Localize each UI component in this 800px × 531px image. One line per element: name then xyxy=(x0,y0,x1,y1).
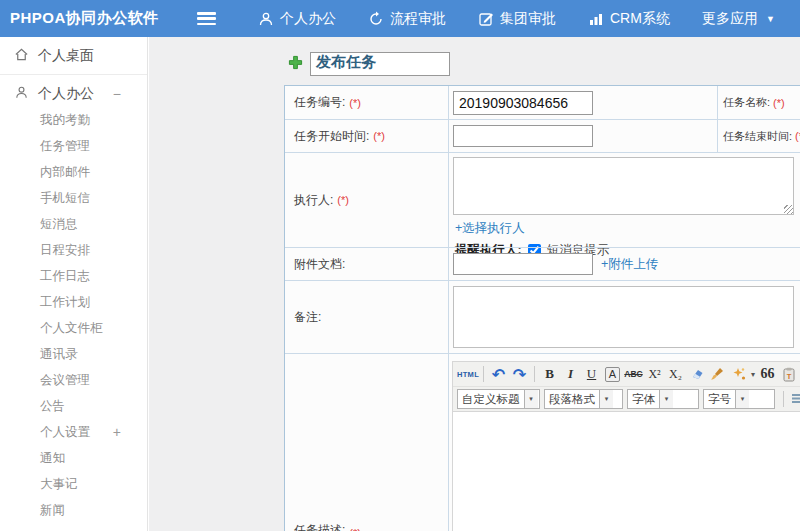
start-time-label: 任务开始时间:(*) xyxy=(285,119,449,152)
nav-crm-system[interactable]: CRM系统 xyxy=(572,0,686,37)
caret-down-icon: ▼ xyxy=(766,14,775,24)
app-window: PHPOA协同办公软件 个人办公 流程审批 集团审批 xyxy=(0,0,800,531)
caret-down-icon: ▾ xyxy=(524,390,538,408)
user-outline-icon xyxy=(14,85,29,103)
text-border-button[interactable]: A xyxy=(605,367,620,382)
attachment-input[interactable] xyxy=(453,253,593,275)
subscript-button[interactable]: X₂ xyxy=(665,364,686,384)
publish-task-form: 任务编号:(*) 任务名称:(*) 任务开始时间:(*) 任务结束时间:(*) … xyxy=(284,85,800,531)
sidebar-item-schedule[interactable]: 日程安排 xyxy=(0,237,147,263)
caret-down-icon: ▾ xyxy=(659,390,673,408)
sidebar-item-label: 个人桌面 xyxy=(38,47,94,65)
font-size-select[interactable]: 字号 ▾ xyxy=(703,389,775,409)
auto-typeset-caret-icon[interactable]: ▾ xyxy=(749,364,757,384)
app-logo: PHPOA协同办公软件 xyxy=(10,9,175,28)
sidebar-item-work-plan[interactable]: 工作计划 xyxy=(0,289,147,315)
bar-chart-icon xyxy=(588,11,604,27)
source-code-button[interactable]: HTML xyxy=(457,364,479,384)
expand-plus-icon[interactable]: + xyxy=(113,424,121,440)
task-no-label: 任务编号:(*) xyxy=(285,86,449,119)
redo-button[interactable]: ↷ xyxy=(509,364,530,384)
caret-down-icon: ▾ xyxy=(599,390,613,408)
caret-down-icon: ▾ xyxy=(735,390,749,408)
sidebar-item-sms[interactable]: 手机短信 xyxy=(0,185,147,211)
editor-toolbar: HTML ↶ ↷ B I U A ABC X² X₂ xyxy=(452,361,800,412)
eraser-icon[interactable] xyxy=(686,364,707,384)
strikethrough-button[interactable]: ABC xyxy=(623,364,644,384)
bold-button[interactable]: B xyxy=(539,364,560,384)
start-time-cell xyxy=(449,119,717,152)
hamburger-menu-icon[interactable] xyxy=(197,12,216,25)
sidebar-group-label: 个人办公 xyxy=(38,85,94,103)
task-no-input[interactable] xyxy=(453,91,593,115)
auto-typeset-icon[interactable] xyxy=(728,364,749,384)
top-navbar: PHPOA协同办公软件 个人办公 流程审批 集团审批 xyxy=(0,0,800,37)
nav-personal-office[interactable]: 个人办公 xyxy=(242,0,352,37)
rich-text-editor: HTML ↶ ↷ B I U A ABC X² X₂ xyxy=(449,353,800,531)
nav-group-approval[interactable]: 集团审批 xyxy=(462,0,572,37)
paragraph-format-select[interactable]: 段落格式 ▾ xyxy=(544,389,623,409)
page-title: 发布任务 xyxy=(288,52,450,76)
blockquote-button[interactable]: 66 xyxy=(757,364,778,384)
sidebar-item-announcement[interactable]: 公告 xyxy=(0,393,147,419)
home-icon xyxy=(14,47,29,65)
choose-executor-link[interactable]: +选择执行人 xyxy=(455,220,800,237)
sidebar-item-work-log[interactable]: 工作日志 xyxy=(0,263,147,289)
sidebar-item-desktop[interactable]: 个人桌面 xyxy=(0,37,147,75)
collapse-minus-icon[interactable]: − xyxy=(113,86,121,102)
sidebar-item-news[interactable]: 新闻 xyxy=(0,497,147,523)
sidebar-item-contacts[interactable]: 通讯录 xyxy=(0,341,147,367)
undo-button[interactable]: ↶ xyxy=(488,364,509,384)
executor-label: 执行人:(*) xyxy=(285,152,449,247)
editor-toolbar-row2: 自定义标题 ▾ 段落格式 ▾ 字体 ▾ 字号 ▾ xyxy=(453,387,800,411)
executor-cell: +选择执行人 提醒执行人: 短消息提示 xyxy=(449,152,800,247)
font-family-select[interactable]: 字体 ▾ xyxy=(627,389,699,409)
sidebar-item-meeting[interactable]: 会议管理 xyxy=(0,367,147,393)
end-time-label: 任务结束时间:(*) xyxy=(717,119,800,152)
add-plus-icon xyxy=(288,55,303,74)
sidebar-item-internal-mail[interactable]: 内部邮件 xyxy=(0,159,147,185)
nav-process-approval[interactable]: 流程审批 xyxy=(352,0,462,37)
remark-cell xyxy=(449,280,800,353)
sidebar-group-personal-office[interactable]: 个人办公 − xyxy=(0,81,147,107)
format-brush-icon[interactable] xyxy=(707,364,728,384)
sidebar-item-notice[interactable]: 通知 xyxy=(0,445,147,471)
custom-title-select[interactable]: 自定义标题 ▾ xyxy=(457,389,540,409)
page-title-text: 发布任务 xyxy=(310,52,450,76)
underline-button[interactable]: U xyxy=(581,364,602,384)
svg-text:T: T xyxy=(786,371,791,380)
remark-label: 备注: xyxy=(285,280,449,353)
attachment-upload-link[interactable]: +附件上传 xyxy=(601,256,658,273)
align-left-icon[interactable] xyxy=(788,389,800,409)
sidebar-item-personal-settings[interactable]: 个人设置 + xyxy=(0,419,147,445)
user-icon xyxy=(258,11,274,27)
nav-more-apps[interactable]: 更多应用 ▼ xyxy=(686,0,791,37)
task-name-label: 任务名称:(*) xyxy=(717,86,800,119)
italic-button[interactable]: I xyxy=(560,364,581,384)
superscript-button[interactable]: X² xyxy=(644,364,665,384)
paste-text-icon[interactable]: T xyxy=(778,364,799,384)
resize-handle-icon[interactable] xyxy=(784,205,793,214)
start-time-input[interactable] xyxy=(453,125,593,147)
attachment-label: 附件文档: xyxy=(285,247,449,280)
attachment-cell: +附件上传 xyxy=(449,247,800,280)
sidebar-item-milestones[interactable]: 大事记 xyxy=(0,471,147,497)
editor-content-area[interactable] xyxy=(452,412,800,531)
sidebar: 个人桌面 个人办公 − 我的考勤 任务管理 内部邮件 手机短信 短消息 日程安排… xyxy=(0,37,148,531)
task-no-cell xyxy=(449,86,717,119)
sidebar-item-file-cabinet[interactable]: 个人文件柜 xyxy=(0,315,147,341)
process-icon xyxy=(368,11,384,27)
description-label: 任务描述:(*) xyxy=(285,353,449,531)
editor-toolbar-row1: HTML ↶ ↷ B I U A ABC X² X₂ xyxy=(453,362,800,387)
main-content: 发布任务 任务编号:(*) 任务名称:(*) 任务开始时间:(*) 任务结束时间… xyxy=(149,37,800,531)
sidebar-item-task-management[interactable]: 任务管理 xyxy=(0,133,147,159)
main-nav: 个人办公 流程审批 集团审批 CRM系统 更多应用 xyxy=(242,0,791,37)
sidebar-item-attendance[interactable]: 我的考勤 xyxy=(0,107,147,133)
executor-textarea[interactable] xyxy=(453,157,794,215)
remark-textarea[interactable] xyxy=(453,286,794,348)
edit-square-icon xyxy=(478,11,494,27)
sidebar-item-short-message[interactable]: 短消息 xyxy=(0,211,147,237)
